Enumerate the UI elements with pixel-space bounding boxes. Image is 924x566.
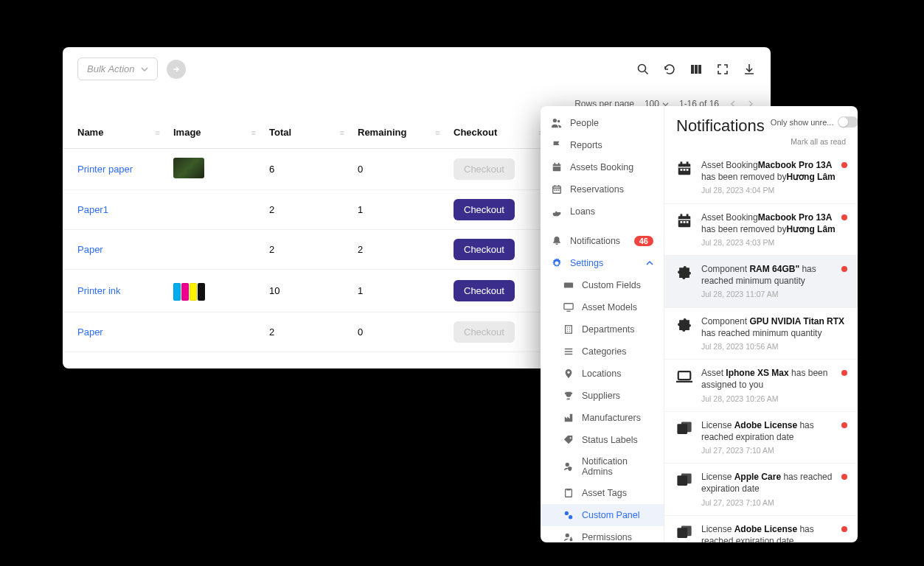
- checkout-button[interactable]: Checkout: [454, 199, 515, 220]
- notifications-panel: Notifications Only show unre... Mark all…: [664, 106, 858, 542]
- search-button[interactable]: [636, 63, 650, 76]
- svg-rect-34: [687, 214, 689, 217]
- nav-categories[interactable]: Categories: [541, 340, 664, 363]
- row-total: 6: [262, 149, 350, 190]
- user-shield-icon: [563, 461, 574, 472]
- svg-point-16: [566, 463, 569, 467]
- row-remaining: 2: [350, 230, 446, 270]
- row-image-cell: [166, 149, 262, 190]
- download-button[interactable]: [743, 63, 756, 76]
- svg-rect-27: [687, 161, 689, 164]
- nav-loans[interactable]: Loans: [541, 200, 664, 223]
- columns-button[interactable]: [689, 63, 703, 76]
- row-remaining: 1: [350, 270, 446, 312]
- nav-assets-booking[interactable]: Assets Booking: [541, 156, 664, 178]
- row-name-link[interactable]: Paper1: [77, 204, 108, 215]
- nav-locations[interactable]: Locations: [541, 363, 664, 385]
- svg-rect-4: [553, 164, 561, 172]
- nav-status-labels[interactable]: Status Labels: [541, 429, 664, 451]
- notification-item[interactable]: License Apple Care has reached expiratio…: [664, 464, 858, 516]
- unread-dot-icon: [841, 162, 847, 168]
- toggle-icon: [838, 116, 858, 127]
- col-image[interactable]: Image≡: [166, 116, 262, 149]
- notification-time: Jul 28, 2023 10:26 AM: [701, 394, 847, 404]
- notification-item[interactable]: Component RAM 64GB" has reached minimum …: [664, 256, 858, 308]
- row-name-link[interactable]: Printer paper: [77, 164, 133, 175]
- nav-suppliers[interactable]: Suppliers: [541, 385, 664, 407]
- row-total: 2: [262, 230, 350, 270]
- notification-list[interactable]: Asset BookingMacbook Pro 13A has been re…: [664, 152, 858, 542]
- notification-item[interactable]: Asset Iphone XS Max has been assigned to…: [664, 360, 858, 412]
- nav-reservations[interactable]: Reservations: [541, 178, 664, 200]
- svg-point-20: [569, 515, 572, 519]
- row-name-link[interactable]: Paper: [77, 326, 103, 338]
- nav-notifications[interactable]: Notifications46: [541, 230, 664, 252]
- thumbnail-image: [173, 158, 204, 178]
- nav-settings[interactable]: Settings: [541, 252, 664, 274]
- notification-item[interactable]: License Adobe License has reached expira…: [664, 516, 858, 542]
- nav-asset-tags[interactable]: Asset Tags: [541, 482, 664, 504]
- svg-rect-11: [558, 189, 560, 191]
- col-name[interactable]: Name≡: [63, 116, 166, 149]
- nav-departments[interactable]: Departments: [541, 318, 664, 340]
- row-name-link[interactable]: Printer ink: [77, 285, 121, 296]
- svg-rect-1: [691, 65, 694, 74]
- checkout-button[interactable]: Checkout: [454, 280, 515, 301]
- refresh-button[interactable]: [663, 63, 676, 76]
- svg-rect-9: [555, 189, 556, 191]
- row-total: 2: [262, 312, 350, 352]
- svg-rect-3: [698, 65, 701, 74]
- download-icon: [743, 63, 756, 76]
- notification-body: Asset BookingMacbook Pro 13A has been re…: [701, 159, 847, 196]
- nav-permissions[interactable]: Permissions: [541, 526, 664, 542]
- nav-asset-models[interactable]: Asset Models: [541, 296, 664, 318]
- svg-rect-35: [681, 221, 683, 223]
- nav-notification-admins[interactable]: Notification Admins: [541, 451, 664, 482]
- nav-custom-panel[interactable]: Custom Panel: [541, 504, 664, 526]
- building-icon: [563, 324, 574, 335]
- nav-custom-fields[interactable]: Custom Fields: [541, 274, 664, 296]
- bulk-action-label: Bulk Action: [87, 63, 135, 74]
- laptop-icon: [675, 367, 694, 386]
- svg-rect-42: [681, 474, 692, 484]
- only-show-unread-toggle[interactable]: Only show unre...: [771, 116, 858, 127]
- notification-item[interactable]: Asset BookingMacbook Pro 13A has been re…: [664, 152, 858, 204]
- col-remaining[interactable]: Remaining≡: [350, 116, 446, 149]
- notification-item[interactable]: License Adobe License has reached expira…: [664, 412, 858, 464]
- toolbar: Bulk Action: [63, 47, 771, 91]
- unread-dot-icon: [841, 422, 847, 428]
- bulk-action-select[interactable]: Bulk Action: [77, 57, 158, 80]
- svg-rect-28: [681, 169, 683, 171]
- nav-manufacturers[interactable]: Manufacturers: [541, 407, 664, 429]
- notification-body: Component GPU NVIDIA Titan RTX has reach…: [701, 315, 847, 352]
- notification-body: License Adobe License has reached expira…: [701, 419, 847, 456]
- bulk-apply-button[interactable]: [167, 60, 186, 79]
- notification-item[interactable]: Component GPU NVIDIA Titan RTX has reach…: [664, 308, 858, 360]
- factory-icon: [563, 412, 574, 424]
- col-checkout[interactable]: Checkout≡: [446, 116, 549, 149]
- mark-all-as-read-link[interactable]: Mark all as read: [676, 137, 846, 146]
- notification-body: Asset BookingMacbook Pro 13A has been re…: [701, 212, 847, 248]
- columns-icon: [689, 63, 703, 76]
- svg-rect-40: [681, 422, 692, 432]
- svg-rect-10: [556, 189, 557, 191]
- hand-icon: [551, 206, 563, 217]
- row-name-link[interactable]: Paper: [77, 244, 103, 255]
- col-total[interactable]: Total≡: [262, 116, 350, 149]
- bell-icon: [551, 235, 563, 247]
- svg-rect-26: [681, 161, 683, 164]
- user-lock-icon: [563, 531, 574, 542]
- row-remaining: 0: [350, 149, 446, 190]
- unread-dot-icon: [841, 214, 847, 220]
- svg-rect-37: [687, 221, 689, 223]
- nav-reports[interactable]: Reports: [541, 134, 664, 156]
- row-image-cell: [166, 270, 262, 312]
- fullscreen-button[interactable]: [716, 63, 729, 76]
- svg-rect-2: [695, 65, 698, 74]
- notification-time: Jul 28, 2023 4:03 PM: [701, 237, 847, 248]
- svg-rect-7: [558, 163, 560, 165]
- notification-time: Jul 28, 2023 10:56 AM: [701, 341, 847, 352]
- checkout-button[interactable]: Checkout: [454, 239, 515, 260]
- nav-people[interactable]: People: [541, 112, 664, 134]
- notification-item[interactable]: Asset BookingMacbook Pro 13A has been re…: [664, 204, 858, 256]
